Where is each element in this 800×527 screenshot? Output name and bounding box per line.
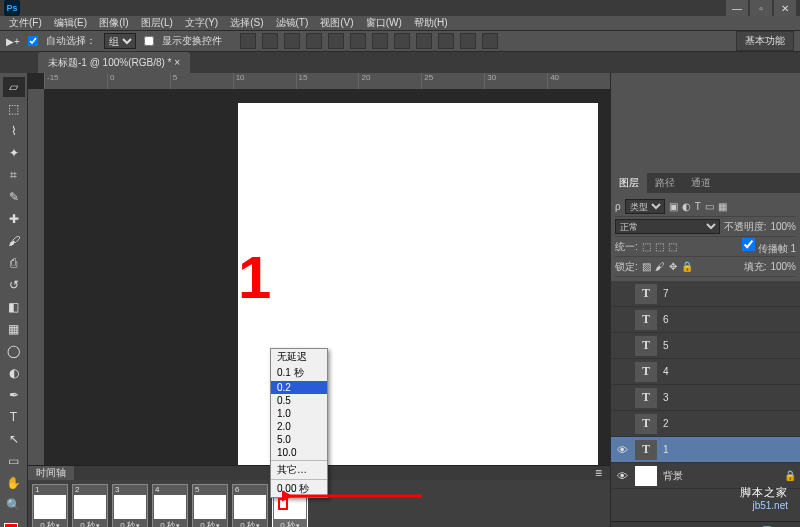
delay-menu-item[interactable]: 2.0: [271, 420, 327, 433]
menu-edit[interactable]: 编辑(E): [49, 16, 92, 30]
lock-position-icon[interactable]: ✥: [669, 261, 677, 272]
menu-layer[interactable]: 图层(L): [136, 16, 178, 30]
marquee-tool[interactable]: ⬚: [3, 99, 25, 119]
unify-visibility-icon[interactable]: ⬚: [655, 241, 664, 252]
filter-type-icon[interactable]: T: [695, 201, 701, 212]
frame-delay-button[interactable]: 0 秒▾: [160, 520, 180, 527]
delay-menu-item[interactable]: 1.0: [271, 407, 327, 420]
color-swatches[interactable]: [4, 523, 24, 527]
stamp-tool[interactable]: ⎙: [3, 253, 25, 273]
layer-row[interactable]: T 7: [611, 281, 800, 307]
filter-image-icon[interactable]: ▣: [669, 201, 678, 212]
align-icon[interactable]: [284, 33, 300, 49]
eraser-tool[interactable]: ◧: [3, 297, 25, 317]
filter-adj-icon[interactable]: ◐: [682, 201, 691, 212]
menu-file[interactable]: 文件(F): [4, 16, 47, 30]
opacity-value[interactable]: 100%: [770, 221, 796, 232]
delay-menu-item[interactable]: 5.0: [271, 433, 327, 446]
zoom-tool[interactable]: 🔍: [3, 495, 25, 515]
filter-icon[interactable]: ρ: [615, 201, 621, 212]
close-button[interactable]: ✕: [774, 0, 796, 16]
filter-smart-icon[interactable]: ▦: [718, 201, 727, 212]
timeline-menu-icon[interactable]: ≡: [587, 466, 610, 480]
visibility-toggle[interactable]: [615, 365, 629, 379]
menu-image[interactable]: 图像(I): [94, 16, 133, 30]
align-icon[interactable]: [350, 33, 366, 49]
align-icon[interactable]: [306, 33, 322, 49]
workspace-switcher[interactable]: 基本功能: [736, 31, 794, 51]
tab-layers[interactable]: 图层: [611, 173, 647, 193]
foreground-swatch[interactable]: [4, 523, 18, 527]
eyedropper-tool[interactable]: ✎: [3, 187, 25, 207]
path-tool[interactable]: ↖: [3, 429, 25, 449]
unify-position-icon[interactable]: ⬚: [642, 241, 651, 252]
distribute-icon[interactable]: [438, 33, 454, 49]
layer-row[interactable]: T 5: [611, 333, 800, 359]
delay-menu-item[interactable]: 0.1 秒: [271, 365, 327, 381]
menu-type[interactable]: 文字(Y): [180, 16, 223, 30]
delay-menu-item[interactable]: 0.5: [271, 394, 327, 407]
frame-delay-button[interactable]: 0 秒▾: [240, 520, 260, 527]
minimize-button[interactable]: —: [726, 0, 748, 16]
timeline-frame[interactable]: 4 0 秒▾: [152, 484, 188, 527]
layer-row[interactable]: 👁 背景 🔒: [611, 463, 800, 489]
type-tool[interactable]: T: [3, 407, 25, 427]
menu-view[interactable]: 视图(V): [315, 16, 358, 30]
gradient-tool[interactable]: ▦: [3, 319, 25, 339]
timeline-frame[interactable]: 5 0 秒▾: [192, 484, 228, 527]
visibility-toggle[interactable]: [615, 339, 629, 353]
visibility-toggle[interactable]: [615, 417, 629, 431]
auto-select-checkbox[interactable]: [28, 36, 38, 46]
document-tab[interactable]: 未标题-1 @ 100%(RGB/8) * ×: [38, 52, 190, 73]
brush-tool[interactable]: 🖌: [3, 231, 25, 251]
align-icon[interactable]: [262, 33, 278, 49]
propagate-frame-checkbox[interactable]: [742, 237, 755, 252]
lock-pixels-icon[interactable]: 🖌: [655, 261, 665, 272]
hand-tool[interactable]: ✋: [3, 473, 25, 493]
delay-menu-item[interactable]: 其它…: [271, 462, 327, 478]
tab-timeline[interactable]: 时间轴: [28, 466, 74, 480]
dodge-tool[interactable]: ◐: [3, 363, 25, 383]
layer-row[interactable]: T 3: [611, 385, 800, 411]
frame-delay-button[interactable]: 0 秒▾: [80, 520, 100, 527]
visibility-toggle[interactable]: 👁: [615, 443, 629, 457]
frame-delay-button[interactable]: 0 秒▾: [120, 520, 140, 527]
filter-shape-icon[interactable]: ▭: [705, 201, 714, 212]
lasso-tool[interactable]: ⌇: [3, 121, 25, 141]
layer-row[interactable]: T 6: [611, 307, 800, 333]
layer-row[interactable]: 👁 T 1: [611, 437, 800, 463]
visibility-toggle[interactable]: 👁: [615, 469, 629, 483]
timeline-frame[interactable]: 2 0 秒▾: [72, 484, 108, 527]
timeline-frame[interactable]: 1 0 秒▾: [32, 484, 68, 527]
lock-all-icon[interactable]: 🔒: [681, 261, 693, 272]
align-icon[interactable]: [328, 33, 344, 49]
layer-row[interactable]: T 2: [611, 411, 800, 437]
blend-mode-dropdown[interactable]: 正常: [615, 219, 720, 234]
pen-tool[interactable]: ✒: [3, 385, 25, 405]
maximize-button[interactable]: ▫: [750, 0, 772, 16]
visibility-toggle[interactable]: [615, 313, 629, 327]
auto-select-dropdown[interactable]: 组: [104, 33, 136, 49]
frame-delay-button[interactable]: 0 秒▾: [200, 520, 220, 527]
timeline-frame[interactable]: 6 0 秒▾: [232, 484, 268, 527]
visibility-toggle[interactable]: [615, 287, 629, 301]
layer-kind-filter[interactable]: 类型: [625, 199, 665, 214]
blur-tool[interactable]: ◯: [3, 341, 25, 361]
distribute-icon[interactable]: [416, 33, 432, 49]
heal-tool[interactable]: ✚: [3, 209, 25, 229]
distribute-icon[interactable]: [372, 33, 388, 49]
lock-transparency-icon[interactable]: ▨: [642, 261, 651, 272]
visibility-toggle[interactable]: [615, 391, 629, 405]
menu-window[interactable]: 窗口(W): [361, 16, 407, 30]
tab-channels[interactable]: 通道: [683, 173, 719, 193]
delay-menu-item[interactable]: 0.2: [271, 381, 327, 394]
menu-select[interactable]: 选择(S): [225, 16, 268, 30]
menu-filter[interactable]: 滤镜(T): [271, 16, 314, 30]
delay-menu-item[interactable]: 10.0: [271, 446, 327, 459]
wand-tool[interactable]: ✦: [3, 143, 25, 163]
move-tool[interactable]: ▱: [3, 77, 25, 97]
distribute-icon[interactable]: [460, 33, 476, 49]
timeline-frame[interactable]: 3 0 秒▾: [112, 484, 148, 527]
delay-menu-item[interactable]: 0.00 秒: [271, 481, 327, 497]
history-brush-tool[interactable]: ↺: [3, 275, 25, 295]
